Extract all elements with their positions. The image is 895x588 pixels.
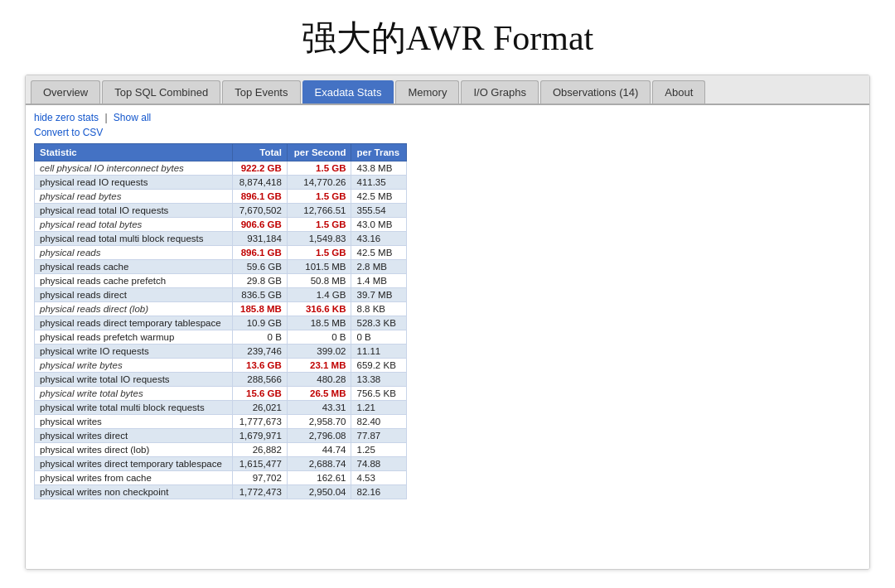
col-header-per-trans: per Trans xyxy=(351,144,407,161)
stat-per-trans: 77.87 xyxy=(351,429,407,443)
stat-per-second: 50.8 MB xyxy=(287,274,351,288)
separator: | xyxy=(104,112,107,123)
stat-name: physical writes xyxy=(35,415,233,429)
stat-per-second: 1.5 GB xyxy=(287,246,351,260)
stat-name: physical write total bytes xyxy=(35,387,233,401)
stat-total: 7,670,502 xyxy=(233,204,288,218)
stat-per-second: 1,549.83 xyxy=(287,232,351,246)
content-area: hide zero stats | Show all Convert to CS… xyxy=(26,105,869,569)
stat-per-second: 18.5 MB xyxy=(287,316,351,330)
stat-total: 922.2 GB xyxy=(233,161,288,176)
stat-total: 29.8 GB xyxy=(233,274,288,288)
stat-per-second: 1.5 GB xyxy=(287,161,351,176)
stat-per-trans: 13.38 xyxy=(351,373,407,387)
stat-name: physical write IO requests xyxy=(35,345,233,359)
stat-per-second: 1.4 GB xyxy=(287,288,351,302)
stat-total: 896.1 GB xyxy=(233,246,288,260)
stat-per-second: 14,770.26 xyxy=(287,176,351,190)
stat-per-second: 1.5 GB xyxy=(287,190,351,204)
tab-i/o-graphs[interactable]: I/O Graphs xyxy=(461,80,539,104)
stat-name: physical writes direct temporary tablesp… xyxy=(35,457,233,471)
stat-per-second: 23.1 MB xyxy=(287,359,351,373)
stat-per-trans: 82.40 xyxy=(351,415,407,429)
browser-frame: OverviewTop SQL CombinedTop EventsExadat… xyxy=(25,75,870,570)
stat-per-trans: 1.25 xyxy=(351,443,407,457)
stat-per-trans: 74.88 xyxy=(351,457,407,471)
table-row: physical reads cache59.6 GB101.5 MB2.8 M… xyxy=(35,260,407,274)
stat-per-second: 2,958.70 xyxy=(287,415,351,429)
stat-name: physical reads cache xyxy=(35,260,233,274)
stat-per-trans: 11.11 xyxy=(351,345,407,359)
table-row: physical reads prefetch warmup0 B0 B0 B xyxy=(35,330,407,345)
stat-name: physical writes non checkpoint xyxy=(35,485,233,499)
table-row: physical write total multi block request… xyxy=(35,401,407,415)
stat-total: 1,777,673 xyxy=(233,415,288,429)
stats-table: StatisticTotalper Secondper Trans cell p… xyxy=(34,143,407,499)
stat-total: 836.5 GB xyxy=(233,288,288,302)
tab-exadata-stats[interactable]: Exadata Stats xyxy=(302,80,394,104)
stat-name: physical write total multi block request… xyxy=(35,401,233,415)
stat-per-second: 399.02 xyxy=(287,345,351,359)
tab-top-events[interactable]: Top Events xyxy=(222,80,300,104)
tab-top-sql-combined[interactable]: Top SQL Combined xyxy=(102,80,220,104)
stat-per-second: 2,688.74 xyxy=(287,457,351,471)
stat-name: physical reads direct xyxy=(35,288,233,302)
stat-name: cell physical IO interconnect bytes xyxy=(35,161,233,176)
tab-about[interactable]: About xyxy=(652,80,705,104)
stat-per-second: 162.61 xyxy=(287,471,351,485)
stat-per-trans: 1.4 MB xyxy=(351,274,407,288)
stat-total: 26,021 xyxy=(233,401,288,415)
stat-name: physical read total IO requests xyxy=(35,204,233,218)
stat-total: 59.6 GB xyxy=(233,260,288,274)
table-row: physical reads direct (lob)185.8 MB316.6… xyxy=(35,302,407,316)
stat-total: 97,702 xyxy=(233,471,288,485)
stat-per-trans: 8.8 KB xyxy=(351,302,407,316)
stat-total: 1,615,477 xyxy=(233,457,288,471)
tab-observations-14[interactable]: Observations (14) xyxy=(540,80,651,104)
col-header-per-second: per Second xyxy=(287,144,351,161)
stat-name: physical reads direct temporary tablespa… xyxy=(35,316,233,330)
stat-name: physical read IO requests xyxy=(35,176,233,190)
table-row: physical writes direct1,679,9712,796.087… xyxy=(35,429,407,443)
stat-total: 0 B xyxy=(233,330,288,345)
table-row: physical writes direct temporary tablesp… xyxy=(35,457,407,471)
col-header-total: Total xyxy=(233,144,288,161)
stat-total: 13.6 GB xyxy=(233,359,288,373)
table-row: physical read IO requests8,874,41814,770… xyxy=(35,176,407,190)
stat-total: 931,184 xyxy=(233,232,288,246)
convert-csv-link[interactable]: Convert to CSV xyxy=(34,127,861,138)
stat-total: 288,566 xyxy=(233,373,288,387)
table-row: physical read bytes896.1 GB1.5 GB42.5 MB xyxy=(35,190,407,204)
table-row: cell physical IO interconnect bytes922.2… xyxy=(35,161,407,176)
table-row: physical reads direct temporary tablespa… xyxy=(35,316,407,330)
stat-name: physical reads xyxy=(35,246,233,260)
stat-per-second: 2,796.08 xyxy=(287,429,351,443)
hide-zero-link[interactable]: hide zero stats xyxy=(34,112,99,123)
stat-total: 1,772,473 xyxy=(233,485,288,499)
tab-overview[interactable]: Overview xyxy=(31,80,100,104)
stat-name: physical writes direct xyxy=(35,429,233,443)
table-row: physical read total multi block requests… xyxy=(35,232,407,246)
table-row: physical writes non checkpoint1,772,4732… xyxy=(35,485,407,499)
filter-links: hide zero stats | Show all xyxy=(34,112,861,123)
stat-per-trans: 411.35 xyxy=(351,176,407,190)
table-row: physical write total IO requests288,5664… xyxy=(35,373,407,387)
table-row: physical reads direct836.5 GB1.4 GB39.7 … xyxy=(35,288,407,302)
stat-per-trans: 4.53 xyxy=(351,471,407,485)
stat-name: physical writes direct (lob) xyxy=(35,443,233,457)
stat-total: 185.8 MB xyxy=(233,302,288,316)
tab-memory[interactable]: Memory xyxy=(395,80,459,104)
stat-per-trans: 42.5 MB xyxy=(351,190,407,204)
stat-per-trans: 0 B xyxy=(351,330,407,345)
stat-name: physical reads direct (lob) xyxy=(35,302,233,316)
page-title: 强大的AWR Format xyxy=(0,0,895,75)
stat-per-second: 480.28 xyxy=(287,373,351,387)
stat-total: 906.6 GB xyxy=(233,218,288,232)
stat-total: 896.1 GB xyxy=(233,190,288,204)
stat-per-trans: 43.0 MB xyxy=(351,218,407,232)
tab-bar: OverviewTop SQL CombinedTop EventsExadat… xyxy=(26,75,869,105)
show-all-link[interactable]: Show all xyxy=(114,112,151,123)
table-row: physical read total IO requests7,670,502… xyxy=(35,204,407,218)
stat-per-trans: 39.7 MB xyxy=(351,288,407,302)
stat-total: 239,746 xyxy=(233,345,288,359)
